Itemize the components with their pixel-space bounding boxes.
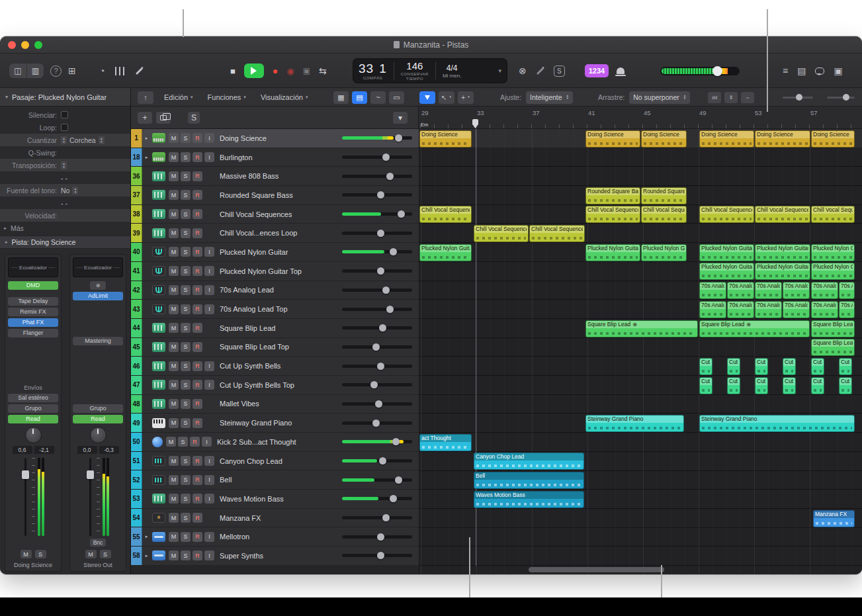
solo-button[interactable]: S	[181, 285, 191, 295]
region[interactable]: Cut Up Synth Bells	[811, 377, 824, 394]
duplicate-track-button[interactable]	[156, 112, 171, 124]
input-monitor-button[interactable]: I	[204, 285, 214, 295]
count-in-badge[interactable]: 1234	[585, 64, 609, 77]
region[interactable]: Chill Vocal Sequences	[529, 225, 585, 242]
solo-button[interactable]: S	[181, 209, 191, 219]
output-slot[interactable]: Sal estéreo	[8, 394, 58, 402]
record-enable-button[interactable]: R	[193, 456, 202, 466]
volume-slider[interactable]	[342, 478, 412, 482]
volume-knob[interactable]	[386, 173, 394, 180]
input-monitor-button[interactable]: I	[204, 152, 214, 162]
region[interactable]: 70s Analog Lead	[811, 282, 838, 299]
mute-button[interactable]: M	[169, 285, 179, 295]
mute-button[interactable]: M	[169, 494, 179, 504]
volume-knob[interactable]	[382, 286, 390, 294]
record-enable-button[interactable]: R	[193, 323, 202, 333]
input-monitor-button[interactable]: I	[202, 437, 212, 447]
region[interactable]: Cut Up Synth Bells	[699, 358, 712, 375]
region[interactable]: 70s Analog Lead	[727, 282, 754, 299]
mute-button[interactable]: M	[169, 171, 179, 181]
discard-icon[interactable]: ⊗	[519, 66, 527, 76]
track-row[interactable]: 47MSRICut Up Synth Bells Top	[131, 376, 419, 395]
playhead[interactable]	[472, 119, 478, 128]
region[interactable]: Plucked Nylon Guitar	[811, 263, 855, 280]
insert-slot[interactable]: Flanger	[8, 329, 58, 337]
menu-item-0[interactable]: Edición▾	[160, 93, 197, 101]
mute-button[interactable]: M	[169, 323, 179, 333]
record-enable-button[interactable]: R	[193, 550, 202, 560]
automation-slot[interactable]: Read	[73, 415, 123, 423]
input-monitor-button[interactable]: I	[204, 133, 214, 143]
volume-knob[interactable]	[390, 248, 397, 255]
record-enable-button[interactable]: R	[190, 437, 200, 447]
solo-button[interactable]: S	[178, 437, 188, 447]
volume-knob[interactable]	[375, 400, 382, 408]
channel-fader[interactable]	[87, 458, 94, 536]
region[interactable]: Plucked Nylon Guitar	[755, 263, 810, 280]
record-enable-button[interactable]: R	[193, 494, 202, 504]
group-slot[interactable]: Grupo	[73, 404, 123, 413]
global-solo-button[interactable]: S	[188, 112, 200, 124]
volume-slider[interactable]	[342, 440, 412, 443]
stepper-control[interactable]: ▲▼	[61, 136, 67, 144]
mute-button[interactable]: M	[169, 361, 179, 371]
solo-button[interactable]: S	[181, 247, 191, 257]
track-view-icon[interactable]: ▤	[352, 91, 367, 104]
snap-select[interactable]: Inteligente ▲▼	[526, 91, 573, 104]
record-enable-button[interactable]: R	[193, 513, 202, 523]
strip-solo-button[interactable]: S	[100, 550, 111, 558]
region[interactable]: Square Blip Lead	[811, 339, 855, 356]
vertical-zoom-icon[interactable]: ⇕	[724, 92, 738, 103]
volume-knob[interactable]	[377, 533, 384, 541]
solo-button[interactable]: S	[181, 361, 191, 371]
close-button[interactable]	[8, 41, 16, 49]
region[interactable]: Doing Science	[699, 130, 754, 148]
volume-slider[interactable]	[342, 365, 412, 368]
track-row[interactable]: 39MSRChill Vocal...ences Loop	[131, 224, 419, 243]
mute-button[interactable]: M	[169, 513, 179, 523]
record-enable-button[interactable]: R	[193, 418, 202, 428]
region[interactable]: 70s Analog Lead	[755, 282, 782, 299]
mute-button[interactable]: M	[169, 152, 179, 162]
region[interactable]: Canyon Chop Lead	[474, 453, 584, 470]
solo-button[interactable]: S	[181, 266, 191, 276]
solo-button[interactable]: S	[181, 133, 191, 143]
region[interactable]: Chill Vocal Sequences	[585, 206, 640, 223]
automation-slot[interactable]: Read	[8, 415, 58, 423]
solo-button[interactable]: S	[181, 550, 191, 560]
region[interactable]: 70s Analog Lead	[839, 282, 855, 299]
track-row[interactable]: 44MSRSquare Blip Lead	[131, 319, 419, 338]
solo-button[interactable]: S	[181, 190, 191, 200]
solo-button[interactable]: S	[181, 399, 191, 409]
zoom-button[interactable]	[34, 41, 42, 49]
strip-mute-button[interactable]: M	[85, 550, 97, 558]
region[interactable]: 70s Analog Lead	[839, 301, 855, 318]
volume-knob[interactable]	[372, 419, 380, 427]
command-tool-menu[interactable]: + ▼	[458, 91, 474, 104]
region[interactable]: Chill Vocal Sequences	[474, 225, 529, 242]
region[interactable]: 70s Analog Lead	[783, 282, 810, 299]
volume-slider[interactable]	[342, 554, 412, 557]
solo-button[interactable]: S	[181, 494, 191, 504]
add-tracks-icon[interactable]: ⊞	[68, 66, 76, 76]
mute-button[interactable]: M	[169, 456, 179, 466]
volume-knob[interactable]	[377, 191, 384, 198]
record-button[interactable]: ●	[273, 66, 278, 76]
record-enable-button[interactable]: R	[193, 532, 202, 542]
region[interactable]: Plucked Nylon Guitar	[641, 244, 687, 261]
mute-button[interactable]: M	[169, 399, 179, 409]
checkbox[interactable]	[61, 111, 68, 118]
share-icon[interactable]: ↑	[138, 91, 153, 104]
insert-slot[interactable]: ⊕	[90, 281, 106, 290]
horizontal-scrollbar[interactable]	[529, 567, 664, 572]
region[interactable]: act Thought	[419, 434, 472, 451]
region[interactable]: 70s Analog Lead	[783, 301, 810, 318]
catch-playhead-button[interactable]	[419, 91, 435, 104]
region[interactable]: Chill Vocal Sequences	[811, 206, 855, 223]
volume-knob[interactable]	[386, 306, 394, 313]
pan-value[interactable]: 0,0	[77, 446, 97, 454]
volume-value[interactable]: -0,3	[99, 446, 119, 454]
track-row[interactable]: 37MSRRounded Square Bass	[131, 186, 419, 205]
quick-edit-icon[interactable]	[537, 67, 544, 74]
region[interactable]: Chill Vocal Sequences	[699, 206, 754, 223]
